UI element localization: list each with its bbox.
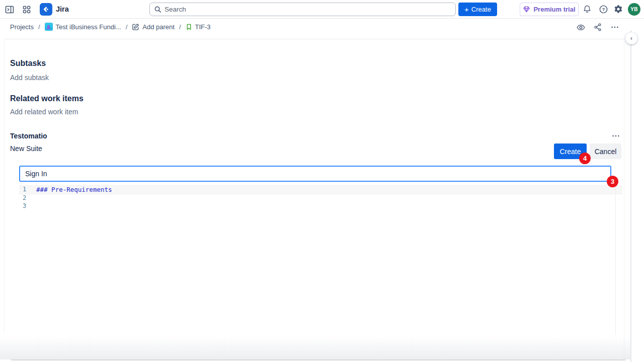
user-avatar[interactable]: YB: [628, 3, 640, 16]
add-subtask-button[interactable]: Add subtask: [10, 74, 49, 82]
plus-icon: +: [464, 6, 469, 13]
settings-gear-icon[interactable]: [613, 4, 624, 15]
share-icon[interactable]: [591, 21, 604, 34]
collapse-panel-chevron-icon[interactable]: ‹: [625, 32, 637, 44]
premium-trial-button[interactable]: Premium trial: [520, 3, 579, 16]
line-number: 3: [19, 202, 36, 210]
edit-icon: [132, 23, 139, 31]
bottom-edge-line: [11, 359, 625, 360]
search-icon: [154, 6, 162, 13]
jira-work-item-page: Jira + Create Premium trial: [0, 0, 644, 362]
code-text: ### Pre-Requirements: [36, 186, 622, 194]
code-line[interactable]: 3: [19, 202, 622, 210]
gem-icon: [523, 6, 530, 13]
breadcrumb-separator: /: [126, 23, 128, 31]
global-create-button[interactable]: + Create: [458, 3, 497, 16]
related-work-items-heading: Related work items: [10, 94, 84, 103]
notifications-bell-icon[interactable]: [582, 4, 593, 15]
breadcrumb-separator: /: [38, 23, 40, 31]
right-panel-divider: [630, 30, 631, 362]
testomatio-more-icon[interactable]: [609, 131, 622, 141]
watch-eye-icon[interactable]: [574, 21, 587, 34]
breadcrumb-separator: /: [179, 23, 181, 31]
top-navigation-bar: Jira + Create Premium trial: [0, 0, 644, 19]
panel-left-border: [4, 39, 5, 333]
svg-text:?: ?: [602, 7, 605, 12]
testomatio-heading: Testomatio: [10, 132, 47, 140]
line-number: 1: [19, 186, 36, 194]
breadcrumb-project[interactable]: Test iBusiness Fundi...: [45, 23, 121, 31]
app-switcher-icon[interactable]: [21, 4, 32, 15]
help-icon[interactable]: ?: [598, 4, 609, 15]
editor-right-edge: [615, 185, 616, 335]
suite-description-code-editor[interactable]: 1 ### Pre-Requirements 2 3: [19, 185, 622, 210]
code-text: [36, 194, 622, 202]
subtasks-heading: Subtasks: [10, 59, 46, 68]
code-line[interactable]: 2: [19, 194, 622, 202]
global-search[interactable]: [149, 3, 456, 16]
line-number: 2: [19, 194, 36, 202]
more-actions-icon[interactable]: [608, 21, 621, 34]
search-input[interactable]: [165, 6, 451, 13]
bottom-fade: [0, 336, 630, 359]
new-suite-label: New Suite: [10, 144, 42, 153]
suite-title-input[interactable]: [19, 166, 611, 182]
bookmark-icon: [186, 24, 192, 30]
breadcrumb: Projects / Test iBusiness Fundi... / Add…: [10, 20, 211, 33]
annotation-badge-4: 4: [579, 153, 591, 164]
annotation-badge-3: 3: [607, 176, 618, 187]
code-text: [36, 202, 622, 210]
jira-logo-icon[interactable]: [40, 3, 52, 16]
suite-cancel-button[interactable]: Cancel: [590, 143, 621, 159]
work-item-header-actions: [574, 21, 621, 34]
project-avatar-icon: [45, 23, 53, 31]
code-line[interactable]: 1 ### Pre-Requirements: [19, 185, 622, 194]
header-divider: [4, 39, 624, 39]
breadcrumb-work-item[interactable]: TIF-3: [186, 23, 211, 31]
sidebar-toggle-icon[interactable]: [4, 4, 15, 15]
panel-right-border: [624, 33, 624, 362]
breadcrumb-projects[interactable]: Projects: [10, 23, 34, 31]
breadcrumb-add-parent[interactable]: Add parent: [132, 23, 175, 31]
app-title: Jira: [56, 0, 69, 19]
add-related-work-item-button[interactable]: Add related work item: [10, 108, 78, 116]
